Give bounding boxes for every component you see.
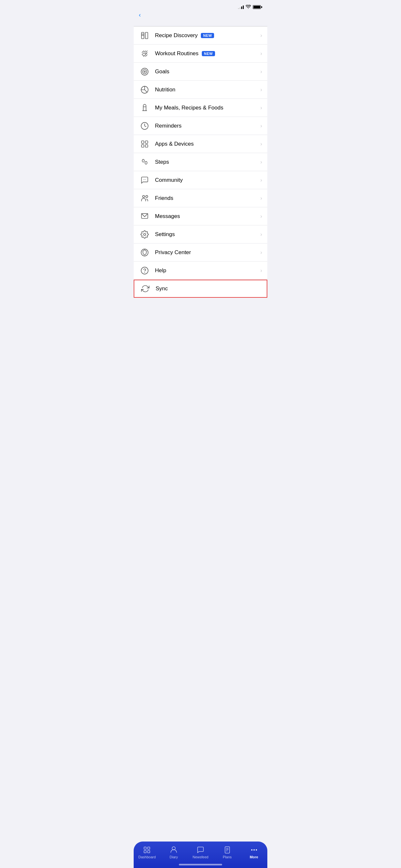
menu-item-community[interactable]: Community ›	[134, 171, 267, 189]
community-icon	[139, 175, 150, 186]
chevron-icon-friends: ›	[260, 195, 262, 202]
menu-label-nutrition: Nutrition	[155, 87, 260, 93]
svg-point-23	[144, 233, 146, 236]
menu-item-help[interactable]: Help ›	[134, 261, 267, 280]
chevron-icon-privacy-center: ›	[260, 249, 262, 256]
svg-rect-1	[145, 32, 148, 39]
goals-icon	[139, 66, 150, 78]
menu-label-community: Community	[155, 177, 260, 183]
svg-point-15	[142, 159, 144, 162]
chevron-icon-recipe-discovery: ›	[260, 32, 262, 39]
menu-label-steps: Steps	[155, 159, 260, 165]
chevron-icon-settings: ›	[260, 231, 262, 238]
chevron-icon-messages: ›	[260, 213, 262, 220]
menu-label-reminders: Reminders	[155, 123, 260, 129]
chevron-icon-apps-devices: ›	[260, 141, 262, 147]
page-title-bar	[134, 21, 267, 26]
svg-rect-13	[142, 145, 144, 147]
menu-item-messages[interactable]: Messages ›	[134, 207, 267, 225]
menu-item-my-meals[interactable]: My Meals, Recipes & Foods ›	[134, 99, 267, 117]
svg-point-8	[144, 71, 145, 72]
messages-icon	[139, 211, 150, 222]
menu-item-sync[interactable]: Sync	[134, 280, 267, 298]
privacy-icon	[139, 247, 150, 258]
menu-item-reminders[interactable]: Reminders ›	[134, 117, 267, 135]
menu-item-recipe-discovery[interactable]: Recipe Discovery NEW ›	[134, 27, 267, 44]
sync-icon	[140, 283, 151, 294]
content-area: Recipe Discovery NEW › Workout Routines …	[134, 26, 267, 330]
back-button[interactable]: ‹	[139, 11, 262, 19]
meals-icon	[139, 102, 150, 114]
menu-item-steps[interactable]: Steps ›	[134, 153, 267, 171]
chevron-icon-reminders: ›	[260, 123, 262, 129]
svg-point-20	[143, 195, 145, 197]
svg-point-7	[143, 69, 147, 73]
svg-point-25	[141, 267, 148, 274]
wifi-icon	[246, 4, 251, 10]
svg-point-16	[145, 161, 147, 164]
back-arrow-icon: ‹	[139, 11, 141, 19]
chevron-icon-workout-routines: ›	[260, 51, 262, 57]
menu-label-recipe-discovery: Recipe Discovery NEW	[155, 32, 260, 39]
menu-item-goals[interactable]: Goals ›	[134, 63, 267, 81]
back-nav: ‹	[134, 11, 267, 21]
menu-label-workout-routines: Workout Routines NEW	[155, 51, 260, 57]
status-icons	[238, 4, 261, 10]
menu-item-workout-routines[interactable]: Workout Routines NEW ›	[134, 44, 267, 63]
menu-label-my-meals: My Meals, Recipes & Foods	[155, 104, 260, 111]
menu-label-settings: Settings	[155, 231, 260, 238]
menu-label-help: Help	[155, 268, 260, 274]
menu-list: Recipe Discovery NEW › Workout Routines …	[134, 26, 267, 298]
signal-icon	[238, 5, 244, 9]
recipe-icon	[139, 30, 150, 41]
new-badge-workout-routines: NEW	[202, 51, 215, 56]
svg-rect-14	[145, 145, 148, 147]
chevron-icon-steps: ›	[260, 159, 262, 165]
chevron-icon-goals: ›	[260, 68, 262, 75]
menu-item-apps-devices[interactable]: Apps & Devices ›	[134, 135, 267, 153]
menu-label-apps-devices: Apps & Devices	[155, 141, 260, 147]
menu-item-settings[interactable]: Settings ›	[134, 225, 267, 244]
menu-label-sync: Sync	[156, 285, 261, 292]
menu-label-friends: Friends	[155, 195, 260, 202]
svg-point-21	[146, 195, 148, 197]
menu-label-goals: Goals	[155, 68, 260, 75]
new-badge-recipe-discovery: NEW	[201, 33, 214, 38]
battery-icon	[253, 5, 261, 9]
chevron-icon-nutrition: ›	[260, 87, 262, 93]
status-bar	[134, 0, 267, 11]
menu-item-friends[interactable]: Friends ›	[134, 189, 267, 207]
settings-icon	[139, 228, 150, 240]
svg-rect-12	[145, 141, 148, 144]
apps-icon	[139, 138, 150, 150]
help-icon	[139, 265, 150, 276]
menu-label-messages: Messages	[155, 213, 260, 220]
menu-item-nutrition[interactable]: Nutrition ›	[134, 81, 267, 99]
steps-icon	[139, 156, 150, 168]
menu-label-privacy-center: Privacy Center	[155, 249, 260, 256]
menu-item-privacy-center[interactable]: Privacy Center ›	[134, 244, 267, 261]
workout-icon	[139, 48, 150, 59]
svg-point-6	[141, 68, 148, 75]
friends-icon	[139, 192, 150, 204]
chevron-icon-my-meals: ›	[260, 104, 262, 111]
svg-rect-11	[142, 141, 144, 144]
nutrition-icon	[139, 84, 150, 96]
chevron-icon-help: ›	[260, 268, 262, 274]
reminders-icon	[139, 120, 150, 132]
chevron-icon-community: ›	[260, 177, 262, 183]
